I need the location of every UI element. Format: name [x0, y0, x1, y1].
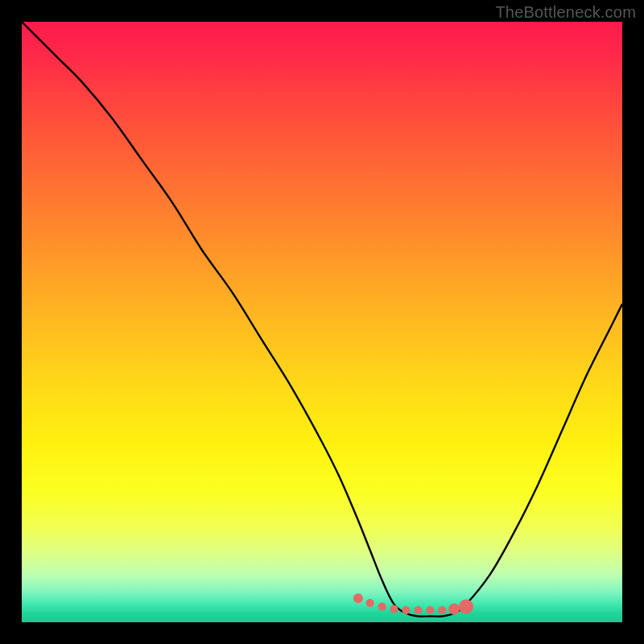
optimal-range-marker — [448, 604, 460, 615]
optimal-range-marker — [459, 600, 473, 614]
optimal-range-marker — [390, 605, 398, 613]
chart-plot-area — [22, 22, 622, 622]
watermark-text: TheBottleneck.com — [495, 3, 636, 22]
optimal-range-marker — [402, 606, 410, 614]
chart-svg — [22, 22, 622, 622]
chart-frame: TheBottleneck.com — [0, 0, 644, 644]
optimal-range-marker — [426, 606, 434, 614]
optimal-range-marker — [414, 606, 422, 614]
optimal-range-marker — [438, 606, 446, 614]
optimal-range-markers — [353, 593, 473, 614]
optimal-range-marker — [366, 599, 374, 607]
bottleneck-curve — [22, 22, 622, 617]
optimal-range-marker — [378, 603, 386, 611]
optimal-range-marker — [353, 593, 363, 603]
